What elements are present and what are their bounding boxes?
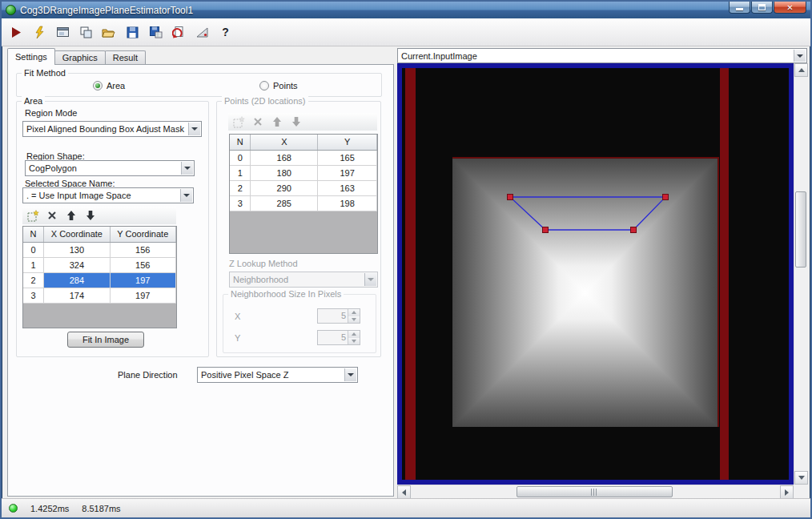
coordinate-cell[interactable]: 290 [251,180,318,195]
delete-vertex-button[interactable] [44,208,60,223]
col-header-y[interactable]: Y Coordinate [110,227,175,242]
region-shape-combo[interactable]: CogPolygon [25,160,195,176]
row-index-cell[interactable]: 0 [23,242,44,257]
coordinate-cell[interactable]: 174 [44,288,110,303]
minimize-button[interactable] [729,2,750,14]
grid-row[interactable]: 2290163 [230,180,377,195]
row-index-cell[interactable]: 1 [230,165,251,180]
row-index-cell[interactable]: 2 [23,272,44,288]
angle-tool-button[interactable] [191,22,212,42]
col-header-n[interactable]: N [23,227,44,242]
image-viewport[interactable] [397,63,794,485]
plane-direction-combo[interactable]: Positive Pixel Space Z [197,367,358,383]
col-header-y[interactable]: Y [318,135,377,150]
scroll-down-button[interactable] [794,471,808,485]
vertical-scroll-thumb[interactable] [795,191,806,268]
chevron-down-icon[interactable] [181,162,193,175]
coordinate-cell[interactable]: 285 [251,195,318,211]
fit-method-points-radio[interactable]: Points [259,81,298,91]
row-index-cell[interactable]: 3 [23,288,44,303]
chevron-down-icon[interactable] [794,50,806,62]
new-window-button[interactable] [75,22,96,42]
save-results-button[interactable] [145,22,166,42]
tab-graphics[interactable]: Graphics [54,50,106,64]
delete-point-button[interactable] [250,115,266,129]
coordinate-cell[interactable]: 198 [318,195,377,211]
delete-icon [46,210,58,221]
image-display-panel: Current.InputImage [397,48,807,498]
grid-row[interactable]: 1180197 [230,165,377,180]
close-button[interactable]: ✕ [774,2,806,14]
col-header-n[interactable]: N [230,135,251,150]
polygon-handle[interactable] [543,227,549,233]
run-button[interactable] [6,22,26,42]
fit-method-label: Fit Method [22,68,68,78]
move-point-up-button[interactable] [269,115,285,129]
coordinate-cell[interactable]: 284 [44,272,110,288]
area-vertex-grid[interactable]: N X Coordinate Y Coordinate 013015613241… [22,226,177,328]
region-polygon[interactable] [510,197,665,230]
add-point-button[interactable] [231,115,247,129]
row-index-cell[interactable]: 0 [230,150,251,165]
col-header-x[interactable]: X Coordinate [44,227,110,242]
horizontal-scroll-thumb[interactable] [517,486,673,497]
grid-row[interactable]: 0130156 [23,242,176,257]
polygon-handle[interactable] [631,227,637,233]
grid-row[interactable]: 0168165 [230,150,377,165]
coordinate-cell[interactable]: 156 [110,257,175,272]
region-mode-combo[interactable]: Pixel Aligned Bounding Box Adjust Mask [22,121,202,137]
move-vertex-down-button[interactable] [82,208,98,223]
tab-settings[interactable]: Settings [7,48,55,65]
scroll-left-button[interactable] [397,485,411,499]
electric-run-button[interactable] [29,22,50,42]
grid-row[interactable]: 1324156 [23,257,176,272]
coordinate-cell[interactable]: 163 [318,180,377,195]
move-point-down-button[interactable] [288,115,304,129]
scroll-up-button[interactable] [794,63,808,77]
polygon-handle[interactable] [508,195,513,200]
coordinate-cell[interactable]: 180 [251,165,318,180]
space-name-combo[interactable]: . = Use Input Image Space [22,187,194,203]
polygon-handle[interactable] [663,195,669,200]
coordinate-cell[interactable]: 156 [110,242,175,257]
row-index-cell[interactable]: 1 [23,257,44,272]
stepper-down-icon [348,338,360,345]
grid-row[interactable]: 2284197 [23,272,176,288]
coordinate-cell[interactable]: 165 [318,150,377,165]
title-bar[interactable]: Cog3DRangeImagePlaneEstimatorTool1 ✕ [2,2,810,18]
vertical-scrollbar[interactable] [794,63,807,485]
coordinate-cell[interactable]: 130 [44,242,110,257]
fit-in-image-button[interactable]: Fit In Image [67,332,144,348]
scrollbar-corner [794,485,807,498]
coordinate-cell[interactable]: 197 [110,288,175,303]
stepper-down-icon [348,316,360,324]
grid-row[interactable]: 3174197 [23,288,176,303]
chevron-down-icon[interactable] [180,189,192,202]
fit-method-area-radio[interactable]: Area [93,81,125,91]
region-polygon-overlay[interactable] [402,68,789,480]
help-button[interactable]: ? [215,22,235,42]
display-source-combo[interactable]: Current.InputImage [397,48,807,63]
reset-button[interactable] [168,22,189,42]
coordinate-cell[interactable]: 197 [318,165,377,180]
coordinate-cell[interactable]: 197 [110,272,175,288]
radio-area-label: Area [107,81,125,91]
add-vertex-button[interactable] [25,208,41,223]
coordinate-cell[interactable]: 168 [251,150,318,165]
open-file-button[interactable] [98,22,119,42]
points-grid[interactable]: N X Y 0168165118019722901633285198 [229,134,378,254]
horizontal-scrollbar[interactable] [397,485,794,498]
image-display-button[interactable] [52,22,73,42]
grid-row[interactable]: 3285198 [230,195,377,211]
maximize-button[interactable] [751,2,773,14]
chevron-down-icon[interactable] [188,123,200,135]
move-vertex-up-button[interactable] [63,208,79,223]
scroll-right-button[interactable] [780,485,794,499]
save-button[interactable] [122,22,143,42]
tab-result[interactable]: Result [105,50,146,64]
row-index-cell[interactable]: 3 [230,195,251,211]
col-header-x[interactable]: X [251,135,318,150]
coordinate-cell[interactable]: 324 [44,257,110,272]
chevron-down-icon[interactable] [344,368,356,381]
row-index-cell[interactable]: 2 [230,180,251,195]
